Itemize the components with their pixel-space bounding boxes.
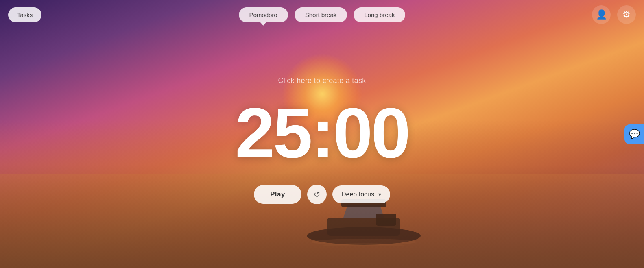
reset-button[interactable]: ↺ — [307, 185, 327, 204]
focus-mode-dropdown[interactable]: Deep focus ▾ — [332, 185, 390, 203]
navbar: Tasks Pomodoro Short break Long break 👤 … — [0, 0, 644, 29]
tab-short-break[interactable]: Short break — [295, 7, 347, 22]
play-button[interactable]: Play — [254, 185, 301, 204]
user-button[interactable]: 👤 — [592, 5, 611, 24]
settings-icon: ⚙ — [622, 9, 631, 20]
tasks-button[interactable]: Tasks — [8, 7, 41, 22]
chat-widget[interactable]: 💬 — [624, 124, 644, 144]
focus-mode-label: Deep focus — [341, 191, 374, 198]
reset-icon: ↺ — [314, 190, 321, 199]
user-icon: 👤 — [596, 9, 607, 20]
main-content: Click here to create a task 25:00 Play ↺… — [0, 0, 644, 268]
timer-controls: Play ↺ Deep focus ▾ — [254, 185, 390, 204]
create-task-hint[interactable]: Click here to create a task — [278, 76, 366, 85]
settings-button[interactable]: ⚙ — [617, 5, 636, 24]
chevron-down-icon: ▾ — [378, 191, 381, 198]
nav-tabs: Pomodoro Short break Long break — [239, 7, 406, 22]
tab-long-break[interactable]: Long break — [354, 7, 405, 22]
tab-pomodoro[interactable]: Pomodoro — [239, 7, 288, 22]
timer-display: 25:00 — [235, 97, 409, 168]
chat-icon: 💬 — [629, 129, 640, 139]
nav-right-icons: 👤 ⚙ — [592, 5, 636, 24]
